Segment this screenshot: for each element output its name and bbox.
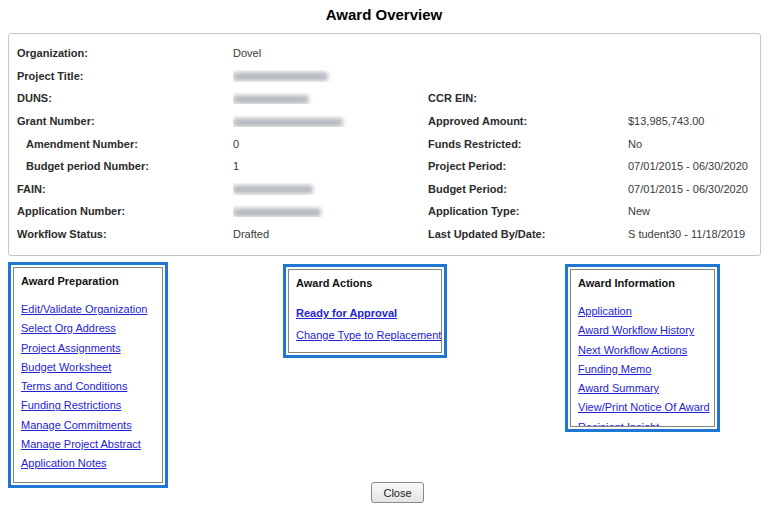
field-label-last-updated-by-date: Last Updated By/Date:	[428, 228, 628, 240]
award-actions-panel-inner: Award Actions Ready for ApprovalChange T…	[288, 269, 442, 353]
award-information-panel: Award Information ApplicationAward Workf…	[565, 264, 720, 432]
link-budget-worksheet[interactable]: Budget Worksheet	[21, 358, 155, 377]
link-award-workflow-history[interactable]: Award Workflow History	[578, 321, 707, 340]
field-value-application-type: New	[628, 205, 752, 217]
field-label-application-type: Application Type:	[428, 205, 628, 217]
panel-title-award-preparation: Award Preparation	[21, 275, 155, 287]
link-edit-validate-organization[interactable]: Edit/Validate Organization	[21, 300, 155, 319]
redacted-value	[233, 185, 313, 194]
field-value-budget-period: 07/01/2015 - 06/30/2020	[628, 183, 752, 195]
field-label-organization: Organization:	[17, 47, 233, 59]
field-label-approved-amount: Approved Amount:	[428, 115, 628, 127]
link-award-summary[interactable]: Award Summary	[578, 379, 707, 398]
field-value-funds-restricted: No	[628, 138, 752, 150]
link-manage-commitments[interactable]: Manage Commitments	[21, 416, 155, 435]
award-actions-links: Ready for ApprovalChange Type to Replace…	[296, 302, 434, 353]
panel-title-award-actions: Award Actions	[296, 277, 434, 289]
link-terms-and-conditions[interactable]: Terms and Conditions	[21, 377, 155, 396]
field-label-project-period: Project Period:	[428, 160, 628, 172]
award-preparation-panel: Award Preparation Edit/Validate Organiza…	[8, 262, 168, 488]
field-label-duns: DUNS:	[17, 92, 233, 104]
field-label-application-number: Application Number:	[17, 205, 233, 217]
field-value-duns	[233, 92, 428, 104]
field-label-amendment-number: Amendment Number:	[17, 138, 233, 150]
redacted-value	[233, 95, 309, 104]
field-value-application-number	[233, 205, 428, 217]
link-manage-project-abstract[interactable]: Manage Project Abstract	[21, 435, 155, 454]
award-preparation-panel-inner: Award Preparation Edit/Validate Organiza…	[13, 267, 163, 483]
field-label-project-title: Project Title:	[17, 70, 233, 82]
link-change-type-to-replacement[interactable]: Change Type to Replacement	[296, 324, 434, 346]
link-delete-notice-of-award[interactable]: Delete Notice of Award	[296, 346, 434, 353]
panel-title-award-information: Award Information	[578, 277, 707, 289]
field-label-fain: FAIN:	[17, 183, 233, 195]
field-value-last-updated-by-date: S tudent30 - 11/18/2019	[628, 228, 752, 240]
award-information-panel-inner: Award Information ApplicationAward Workf…	[570, 269, 715, 427]
award-information-links: ApplicationAward Workflow HistoryNext Wo…	[578, 302, 707, 427]
link-funding-restrictions[interactable]: Funding Restrictions	[21, 396, 155, 415]
field-label-workflow-status: Workflow Status:	[17, 228, 233, 240]
link-application-notes[interactable]: Application Notes	[21, 454, 155, 473]
award-preparation-links: Edit/Validate OrganizationSelect Org Add…	[21, 300, 155, 483]
redacted-value	[233, 72, 328, 81]
field-label-ccr-ein: CCR EIN:	[428, 92, 628, 104]
field-value-project-period: 07/01/2015 - 06/30/2020	[628, 160, 752, 172]
field-label-funds-restricted: Funds Restricted:	[428, 138, 628, 150]
field-value-project-title	[233, 70, 428, 82]
field-value-workflow-status: Drafted	[233, 228, 428, 240]
redacted-value	[233, 118, 343, 127]
field-label-budget-period-number: Budget period Number:	[17, 160, 233, 172]
award-actions-panel: Award Actions Ready for ApprovalChange T…	[283, 264, 447, 358]
award-overview-details-box: Organization:DovelProject Title:DUNS:CCR…	[8, 33, 761, 256]
link-project-assignments[interactable]: Project Assignments	[21, 339, 155, 358]
redacted-value	[233, 208, 321, 217]
link-next-workflow-actions[interactable]: Next Workflow Actions	[578, 341, 707, 360]
link-view-print-notice-of-award[interactable]: View/Print Notice Of Award	[578, 398, 707, 417]
field-value-amendment-number: 0	[233, 138, 428, 150]
field-value-grant-number	[233, 115, 428, 127]
close-button[interactable]: Close	[371, 482, 424, 503]
link-recipient-insight[interactable]: Recipient Insight	[578, 418, 707, 427]
field-value-budget-period-number: 1	[233, 160, 428, 172]
field-label-budget-period: Budget Period:	[428, 183, 628, 195]
link-select-org-address[interactable]: Select Org Address	[21, 319, 155, 338]
page-title: Award Overview	[0, 6, 768, 23]
link-funding-memo[interactable]: Funding Memo	[578, 360, 707, 379]
field-label-grant-number: Grant Number:	[17, 115, 233, 127]
link-application[interactable]: Application	[578, 302, 707, 321]
award-details-grid: Organization:DovelProject Title:DUNS:CCR…	[17, 42, 752, 245]
link-ready-for-approval[interactable]: Ready for Approval	[296, 302, 434, 324]
field-value-approved-amount: $13,985,743.00	[628, 115, 752, 127]
field-value-fain	[233, 183, 428, 195]
field-value-organization: Dovel	[233, 47, 428, 59]
